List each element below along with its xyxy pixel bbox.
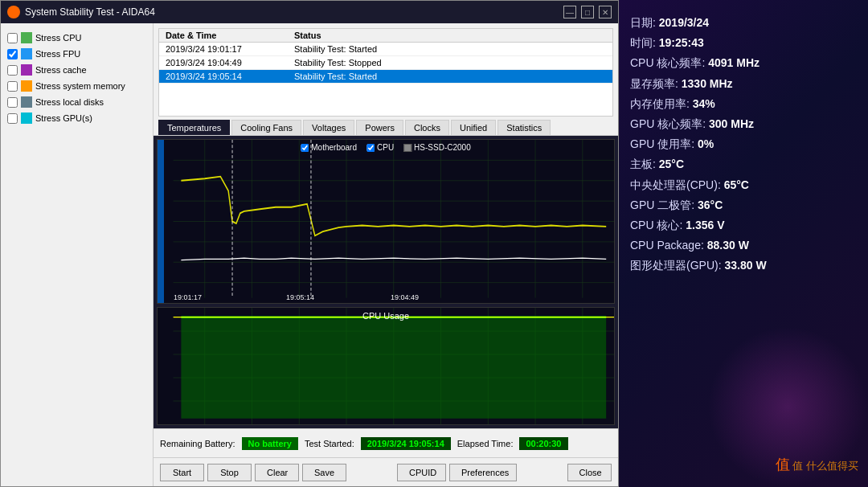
stress-cache-label: Stress cache (35, 65, 87, 75)
stress-disk-label: Stress local disks (35, 97, 104, 107)
stress-gpu-checkbox[interactable] (7, 113, 18, 124)
stress-fpu-checkbox[interactable] (7, 49, 18, 59)
watermark-text: 值 什么值得买 (792, 460, 858, 472)
title-bar: System Stability Test - AIDA64 — □ ✕ (1, 1, 618, 23)
log-status-3: Stability Test: Started (294, 72, 606, 81)
stat-cpu-core-v-value: 1.356 V (686, 219, 724, 231)
stress-gpu-item: Stress GPU(s) (4, 110, 149, 126)
log-table-header: Date & Time Status (159, 29, 612, 43)
stop-button[interactable]: Stop (207, 464, 252, 481)
stat-cpu-core-v-label: CPU 核心: (630, 219, 682, 231)
x-label-3: 19:04:49 (391, 293, 419, 301)
memory-icon (21, 80, 32, 92)
legend-cpu-label: CPU (377, 143, 394, 152)
legend-ssd-label: HS-SSD-C2000 (414, 143, 471, 152)
spacer (350, 469, 394, 476)
temperature-graph: Motherboard CPU HS-SSD-C2000 100°C 0°C (157, 139, 615, 304)
save-button[interactable]: Save (302, 464, 346, 481)
stat-cpu-freq-label: CPU 核心频率: (630, 56, 705, 69)
stat-mem-usage-row: 内存使用率: 34% (630, 94, 857, 114)
log-row-selected[interactable]: 2019/3/24 19:05:14 Stability Test: Start… (159, 70, 612, 84)
cpu-icon (21, 32, 32, 43)
stat-mem-freq-row: 显存频率: 1330 MHz (630, 74, 857, 94)
battery-value: No battery (242, 437, 298, 450)
log-table: Date & Time Status 2019/3/24 19:01:17 St… (158, 28, 613, 117)
stat-gpu-usage-label: GPU 使用率: (630, 137, 694, 150)
stat-gpu-core-row: GPU 核心频率: 300 MHz (630, 114, 857, 134)
spacer2 (520, 469, 564, 476)
log-time-2: 2019/3/24 19:04:49 (166, 58, 294, 68)
log-row[interactable]: 2019/3/24 19:04:49 Stability Test: Stopp… (159, 56, 612, 70)
status-bar: Remaining Battery: No battery Test Start… (154, 428, 618, 457)
minimize-button[interactable]: — (563, 6, 576, 18)
tab-clocks[interactable]: Clocks (405, 120, 449, 135)
cpuid-button[interactable]: CPUID (397, 464, 446, 481)
log-row[interactable]: 2019/3/24 19:01:17 Stability Test: Start… (159, 43, 612, 56)
log-col-time-header: Date & Time (166, 31, 294, 40)
tab-cooling-fans[interactable]: Cooling Fans (231, 120, 301, 135)
close-window-button[interactable]: ✕ (599, 6, 612, 18)
svg-marker-33 (181, 317, 606, 419)
cache-icon (21, 64, 32, 76)
clear-button[interactable]: Clear (255, 464, 299, 481)
cpu-usage-graph: CPU Usage 100% 0% 100% (157, 307, 615, 425)
x-label-1: 19:01:17 (174, 293, 202, 301)
log-time-1: 2019/3/24 19:01:17 (166, 44, 294, 54)
stat-mem-freq-value: 1330 MHz (682, 77, 733, 90)
stat-gpu-diode-row: GPU 二极管: 36°C (630, 195, 857, 215)
battery-label: Remaining Battery: (160, 439, 235, 448)
stat-cpu-temp-value: 65°C (724, 178, 749, 191)
stat-mem-freq-label: 显存频率: (630, 77, 678, 90)
stress-cpu-checkbox[interactable] (7, 33, 18, 43)
cpu-graph-label: CPU Usage (362, 311, 409, 321)
stat-gpu-diode-label: GPU 二极管: (630, 198, 694, 211)
start-button[interactable]: Start (160, 464, 204, 481)
stat-cpu-pkg-row: CPU Package: 88.30 W (630, 235, 857, 256)
stress-gpu-label: Stress GPU(s) (35, 113, 92, 123)
disk-icon (21, 96, 32, 108)
stress-cache-checkbox[interactable] (7, 65, 18, 76)
tab-powers[interactable]: Powers (356, 120, 403, 135)
preferences-button[interactable]: Preferences (449, 464, 517, 481)
close-button[interactable]: Close (567, 464, 612, 481)
stat-date-value: 2019/3/24 (659, 16, 709, 29)
maximize-button[interactable]: □ (581, 6, 594, 18)
stat-cpu-freq-row: CPU 核心频率: 4091 MHz (630, 53, 857, 73)
window-title: System Stability Test - AIDA64 (25, 6, 559, 18)
tab-unified[interactable]: Unified (451, 120, 496, 135)
stat-gpu-core-value: 300 MHz (709, 117, 754, 130)
stat-gpu-power-label: 图形处理器(GPU): (630, 259, 722, 272)
stress-fpu-label: Stress FPU (35, 49, 80, 59)
stress-memory-item: Stress system memory (4, 78, 149, 94)
stress-disk-checkbox[interactable] (7, 97, 18, 108)
stat-time-value: 19:25:43 (659, 36, 704, 49)
stat-cpu-freq-value: 4091 MHz (708, 56, 760, 69)
tab-temperatures[interactable]: Temperatures (158, 120, 230, 135)
legend-ssd: HS-SSD-C2000 (403, 143, 471, 152)
fpu-icon (21, 48, 32, 59)
stat-cpu-pkg-label: CPU Package: (630, 239, 704, 252)
stress-fpu-item: Stress FPU (4, 46, 149, 62)
tab-voltages[interactable]: Voltages (303, 120, 354, 135)
stress-cache-item: Stress cache (4, 62, 149, 78)
log-status-1: Stability Test: Started (294, 44, 606, 54)
stat-mem-usage-label: 内存使用率: (630, 97, 690, 110)
cpu-usage-svg (158, 308, 614, 424)
tab-statistics[interactable]: Statistics (497, 120, 551, 135)
stat-mb-temp-value: 25°C (659, 158, 684, 170)
stat-gpu-core-label: GPU 核心频率: (630, 117, 706, 130)
legend-motherboard-checkbox[interactable] (301, 144, 309, 152)
x-label-2: 19:05:14 (286, 293, 314, 301)
log-col-status-header: Status (294, 31, 606, 40)
legend-motherboard: Motherboard (301, 143, 357, 152)
stat-cpu-temp-row: 中央处理器(CPU): 65°C (630, 175, 857, 195)
stress-options-sidebar: Stress CPU Stress FPU Stress cache Stres… (1, 23, 154, 486)
stat-cpu-core-v-row: CPU 核心: 1.356 V (630, 215, 857, 235)
stat-time-row: 时间: 19:25:43 (630, 33, 857, 53)
main-content-area: Date & Time Status 2019/3/24 19:01:17 St… (154, 23, 618, 486)
stat-gpu-usage-row: GPU 使用率: 0% (630, 134, 857, 154)
stat-cpu-pkg-value: 88.30 W (707, 239, 749, 252)
elapsed-value: 00:20:30 (519, 437, 567, 450)
stress-memory-checkbox[interactable] (7, 81, 18, 92)
legend-cpu-checkbox[interactable] (366, 144, 375, 152)
